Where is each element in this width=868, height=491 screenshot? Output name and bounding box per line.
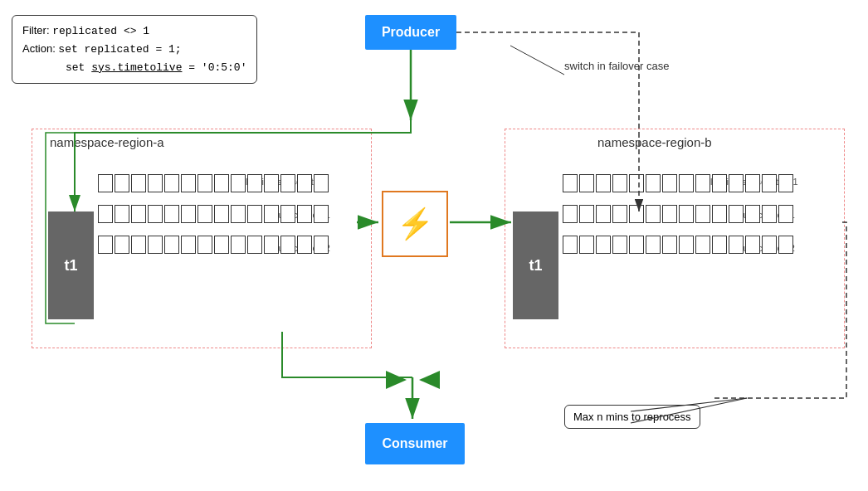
cell: [98, 236, 113, 254]
region-b-label: namespace-region-b: [597, 135, 712, 149]
cell: [579, 236, 594, 254]
cell: [131, 205, 146, 223]
cell: [778, 236, 793, 254]
cell: [264, 174, 279, 192]
cell: [712, 205, 727, 223]
partition-row: [563, 205, 820, 223]
lightning-box: ⚡: [382, 191, 448, 257]
cell: [579, 174, 594, 192]
cell: [745, 174, 760, 192]
cell: [612, 174, 627, 192]
topic-label-a: t1: [48, 211, 94, 319]
cell: [214, 174, 229, 192]
filter-box: Filter: replicated <> 1 Action: set repl…: [12, 15, 257, 84]
cell: [729, 236, 744, 254]
cell: [712, 174, 727, 192]
cell: [181, 205, 196, 223]
cell: [164, 205, 179, 223]
cell: [762, 236, 777, 254]
cell: [197, 236, 212, 254]
cell: [629, 174, 644, 192]
cell: [612, 205, 627, 223]
cell: [247, 174, 262, 192]
cell: [629, 236, 644, 254]
cell: [181, 174, 196, 192]
cell: [164, 236, 179, 254]
cell: [729, 174, 744, 192]
diagram: Filter: replicated <> 1 Action: set repl…: [0, 0, 868, 491]
producer-label: Producer: [382, 25, 440, 40]
cell: [778, 174, 793, 192]
cell: [280, 174, 295, 192]
cell: [231, 236, 246, 254]
partition-row: [563, 174, 820, 192]
cell: [115, 174, 129, 192]
merge-arrow-right: [419, 371, 440, 389]
cell: [762, 205, 777, 223]
cell: [762, 174, 777, 192]
cell: [131, 236, 146, 254]
cell: [197, 174, 212, 192]
filter-line3: set sys.timetolive = '0:5:0': [22, 59, 246, 77]
filter-line2: Action: set replicated = 1;: [22, 41, 246, 59]
region-a-label: namespace-region-a: [50, 135, 164, 149]
cell: [629, 205, 644, 223]
cell: [596, 174, 611, 192]
filter-line1: Filter: replicated <> 1: [22, 22, 246, 41]
cell: [563, 236, 578, 254]
cell: [231, 205, 246, 223]
partition-row: [98, 236, 355, 254]
partition-row: [98, 174, 355, 192]
cell: [247, 205, 262, 223]
cell: [679, 236, 694, 254]
failover-dashed-line: [456, 32, 639, 133]
cell: [695, 236, 710, 254]
failover-label: switch in failover case: [564, 60, 669, 72]
max-mins-box: Max n mins to reprocess: [564, 405, 700, 429]
cell: [98, 205, 113, 223]
cell: [695, 174, 710, 192]
cell: [695, 205, 710, 223]
cell: [563, 174, 578, 192]
cell: [745, 205, 760, 223]
cell: [280, 205, 295, 223]
cell: [247, 236, 262, 254]
cell: [231, 174, 246, 192]
cell: [712, 236, 727, 254]
cell: [197, 205, 212, 223]
cell: [280, 236, 295, 254]
cell: [181, 236, 196, 254]
cell: [164, 174, 179, 192]
cell: [778, 205, 793, 223]
topic-label-b: t1: [513, 211, 558, 319]
cell: [115, 236, 129, 254]
cell: [612, 236, 627, 254]
partition-row: [563, 236, 820, 254]
cell: [679, 205, 694, 223]
cell: [314, 236, 329, 254]
cell: [115, 205, 129, 223]
partitions-b: [563, 174, 820, 328]
cell: [563, 205, 578, 223]
failover-callout-line: [510, 46, 564, 75]
cell: [297, 174, 312, 192]
cell: [148, 236, 163, 254]
cell: [596, 236, 611, 254]
cell: [148, 174, 163, 192]
cell: [579, 205, 594, 223]
cell: [646, 236, 661, 254]
cell: [98, 174, 113, 192]
cell: [679, 174, 694, 192]
cell: [745, 236, 760, 254]
cell: [297, 205, 312, 223]
cell: [297, 236, 312, 254]
consumer-block: Consumer: [365, 423, 465, 464]
partition-row: [98, 205, 355, 223]
cell: [264, 236, 279, 254]
cell: [662, 174, 677, 192]
producer-block: Producer: [365, 15, 456, 50]
partitions-a: [98, 174, 355, 328]
cell: [596, 205, 611, 223]
merge-arrow-left: [386, 371, 407, 389]
cell: [264, 205, 279, 223]
